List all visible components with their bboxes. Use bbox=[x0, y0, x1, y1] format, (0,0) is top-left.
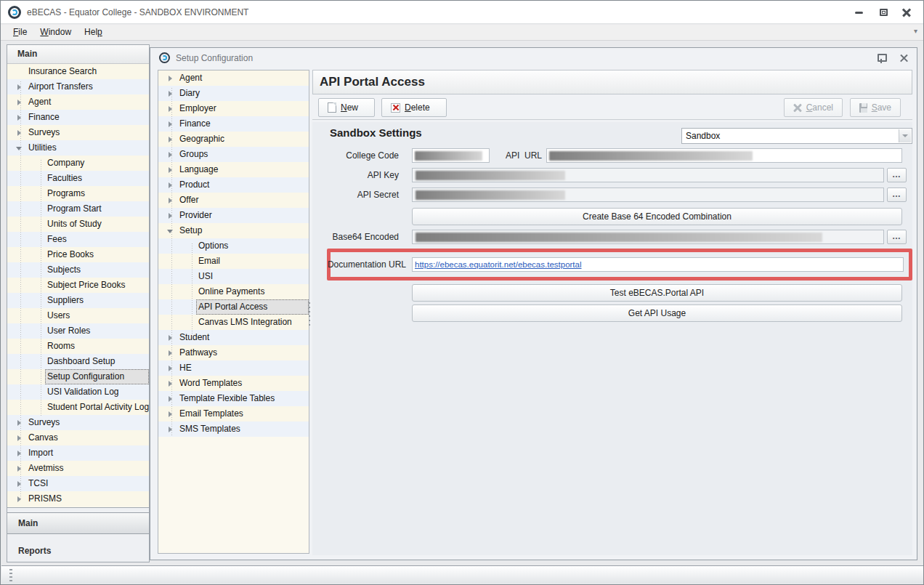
tree-item-sms-templates[interactable]: SMS Templates bbox=[158, 421, 309, 437]
environment-select[interactable]: Sandbox bbox=[681, 128, 912, 144]
dropdown-button[interactable] bbox=[899, 129, 911, 142]
expanded-icon[interactable] bbox=[15, 140, 26, 156]
splitter-grip[interactable] bbox=[307, 302, 311, 327]
collapsed-icon[interactable] bbox=[15, 430, 26, 445]
menu-overflow-icon[interactable]: ▾ bbox=[914, 27, 917, 35]
tree-item-units-of-study[interactable]: Units of Study bbox=[7, 217, 149, 232]
collapsed-icon[interactable] bbox=[15, 415, 26, 430]
tree-item-api-portal-access[interactable]: API Portal Access bbox=[158, 299, 309, 315]
tree-item-surveys[interactable]: Surveys bbox=[7, 125, 149, 140]
collapsed-icon[interactable] bbox=[166, 330, 177, 345]
close-button[interactable] bbox=[899, 7, 915, 18]
tree-item-language[interactable]: Language bbox=[158, 162, 309, 177]
collapsed-icon[interactable] bbox=[166, 177, 177, 193]
tree-item-options[interactable]: Options bbox=[158, 238, 309, 254]
college-code-field[interactable] bbox=[412, 148, 490, 163]
tree-item-online-payments[interactable]: Online Payments bbox=[158, 284, 309, 299]
collapsed-icon[interactable] bbox=[166, 391, 177, 406]
documentation-url-field[interactable]: https://ebecas.equatorit.net/ebecas.test… bbox=[412, 257, 904, 272]
tree-item-student-portal-activity-log[interactable]: Student Portal Activity Log bbox=[7, 400, 149, 415]
tree-item-canvas[interactable]: Canvas bbox=[7, 430, 149, 445]
tree-item-finance[interactable]: Finance bbox=[7, 110, 149, 125]
collapsed-icon[interactable] bbox=[15, 476, 26, 491]
tree-item-suppliers[interactable]: Suppliers bbox=[7, 293, 149, 308]
test-api-button[interactable]: Test eBECAS.Portal API bbox=[412, 284, 902, 302]
base64-field[interactable] bbox=[412, 230, 884, 244]
tree-item-agent[interactable]: Agent bbox=[158, 70, 309, 86]
collapsed-icon[interactable] bbox=[166, 345, 177, 360]
collapsed-icon[interactable] bbox=[166, 360, 177, 376]
collapsed-icon[interactable] bbox=[166, 421, 177, 437]
tree-item-word-templates[interactable]: Word Templates bbox=[158, 376, 309, 391]
statusbar-grip[interactable] bbox=[9, 569, 12, 581]
tree-item-setup-configuration[interactable]: Setup Configuration bbox=[7, 369, 149, 384]
create-base64-button[interactable]: Create Base 64 Encoded Combination bbox=[412, 208, 902, 225]
documentation-link[interactable]: https://ebecas.equatorit.net/ebecas.test… bbox=[413, 258, 582, 271]
tree-item-subject-price-books[interactable]: Subject Price Books bbox=[7, 278, 149, 293]
nav-group-reports[interactable]: Reports bbox=[7, 541, 149, 562]
tree-item-users[interactable]: Users bbox=[7, 308, 149, 323]
api-secret-browse-button[interactable]: … bbox=[887, 187, 907, 202]
tree-item-employer[interactable]: Employer bbox=[158, 101, 309, 116]
collapsed-icon[interactable] bbox=[166, 162, 177, 177]
collapsed-icon[interactable] bbox=[15, 110, 26, 125]
tree-item-groups[interactable]: Groups bbox=[158, 147, 309, 162]
tree-item-pathways[interactable]: Pathways bbox=[158, 345, 309, 360]
collapsed-icon[interactable] bbox=[166, 406, 177, 421]
pin-button[interactable] bbox=[874, 52, 887, 64]
tree-item-template-flexible-tables[interactable]: Template Flexible Tables bbox=[158, 391, 309, 406]
tree-item-prisms[interactable]: PRISMS bbox=[7, 491, 149, 507]
collapsed-icon[interactable] bbox=[166, 376, 177, 391]
tree-item-avetmiss[interactable]: Avetmiss bbox=[7, 461, 149, 476]
cancel-button[interactable]: Cancel bbox=[784, 98, 843, 117]
tree-item-student[interactable]: Student bbox=[158, 330, 309, 345]
tree-item-he[interactable]: HE bbox=[158, 360, 309, 376]
api-key-browse-button[interactable]: … bbox=[887, 168, 907, 182]
collapsed-icon[interactable] bbox=[15, 491, 26, 507]
collapsed-icon[interactable] bbox=[166, 101, 177, 116]
tree-item-tcsi[interactable]: TCSI bbox=[7, 476, 149, 491]
new-button[interactable]: New bbox=[318, 98, 375, 117]
minimize-button[interactable] bbox=[851, 7, 867, 18]
menu-item-window[interactable]: Window bbox=[33, 25, 78, 40]
tree-item-canvas-lms-integration[interactable]: Canvas LMS Integration bbox=[158, 315, 309, 330]
collapsed-icon[interactable] bbox=[15, 125, 26, 140]
tree-item-email-templates[interactable]: Email Templates bbox=[158, 406, 309, 421]
tree-item-subjects[interactable]: Subjects bbox=[7, 262, 149, 278]
tree-item-dashboard-setup[interactable]: Dashboard Setup bbox=[7, 354, 149, 369]
collapsed-icon[interactable] bbox=[166, 116, 177, 132]
tree-item-company[interactable]: Company bbox=[7, 156, 149, 171]
collapsed-icon[interactable] bbox=[15, 79, 26, 94]
collapsed-icon[interactable] bbox=[166, 193, 177, 208]
tree-item-geographic[interactable]: Geographic bbox=[158, 132, 309, 147]
api-url-field[interactable] bbox=[546, 148, 902, 163]
collapsed-icon[interactable] bbox=[15, 94, 26, 110]
tree-item-agent[interactable]: Agent bbox=[7, 94, 149, 110]
tree-item-diary[interactable]: Diary bbox=[158, 86, 309, 101]
collapsed-icon[interactable] bbox=[166, 132, 177, 147]
menu-item-help[interactable]: Help bbox=[78, 25, 109, 40]
menu-item-file[interactable]: File bbox=[7, 25, 33, 40]
tree-item-user-roles[interactable]: User Roles bbox=[7, 323, 149, 339]
tree-item-email[interactable]: Email bbox=[158, 254, 309, 269]
collapsed-icon[interactable] bbox=[166, 208, 177, 223]
mdi-close-button[interactable] bbox=[897, 52, 910, 64]
collapsed-icon[interactable] bbox=[15, 461, 26, 476]
tree-item-finance[interactable]: Finance bbox=[158, 116, 309, 132]
collapsed-icon[interactable] bbox=[166, 147, 177, 162]
tree-item-faculties[interactable]: Faculties bbox=[7, 171, 149, 186]
tree-item-provider[interactable]: Provider bbox=[158, 208, 309, 223]
tree-item-surveys[interactable]: Surveys bbox=[7, 415, 149, 430]
tree-item-airport-transfers[interactable]: Airport Transfers bbox=[7, 79, 149, 94]
tree-item-price-books[interactable]: Price Books bbox=[7, 247, 149, 262]
delete-button[interactable]: Delete bbox=[381, 98, 447, 117]
collapsed-icon[interactable] bbox=[166, 86, 177, 101]
tree-item-usi-validation-log[interactable]: USI Validation Log bbox=[7, 384, 149, 400]
tree-item-insurance-search[interactable]: Insurance Search bbox=[7, 64, 149, 79]
save-button[interactable]: Save bbox=[850, 98, 901, 117]
tree-item-programs[interactable]: Programs bbox=[7, 186, 149, 201]
tree-item-product[interactable]: Product bbox=[158, 177, 309, 193]
tree-item-setup[interactable]: Setup bbox=[158, 223, 309, 238]
get-api-usage-button[interactable]: Get API Usage bbox=[412, 304, 902, 322]
collapsed-icon[interactable] bbox=[15, 445, 26, 461]
